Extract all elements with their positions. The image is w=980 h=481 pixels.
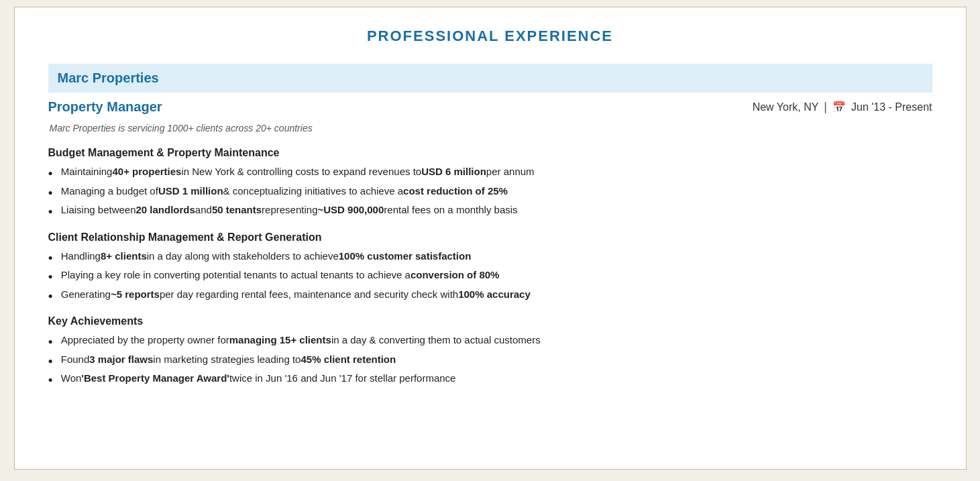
job-date-range: Jun '13 - Present — [851, 101, 932, 113]
calendar-icon: 📅 — [832, 101, 846, 113]
list-item-1-0: Handling 8+ clients in a day along with … — [48, 249, 932, 264]
list-item-0-2: Liaising between 20 landlords and 50 ten… — [48, 203, 932, 218]
normal-text: Managing a budget of — [61, 184, 158, 199]
bold-text: 20 landlords — [136, 203, 195, 218]
bold-text: USD 6 million — [421, 164, 486, 180]
bold-text: conversion of 80% — [411, 268, 500, 283]
subsection-title-2: Key Achievements — [48, 315, 932, 327]
normal-text: twice in Jun '16 and Jun '17 for stellar… — [229, 371, 456, 386]
bold-text: 'Best Property Manager Award' — [81, 371, 229, 386]
company-header: Marc Properties — [48, 64, 932, 93]
list-item-0-0: Maintaining 40+ properties in New York &… — [48, 164, 932, 180]
normal-text: Found — [61, 352, 90, 368]
normal-text: Liaising between — [61, 203, 136, 218]
normal-text: in New York & controlling costs to expan… — [181, 164, 421, 180]
bold-text: 40+ properties — [112, 164, 181, 180]
normal-text: Won — [61, 371, 82, 386]
normal-text: in marketing strategies leading to — [153, 352, 301, 368]
company-name: Marc Properties — [58, 70, 159, 85]
list-item-2-2: Won 'Best Property Manager Award' twice … — [48, 371, 932, 386]
bold-text: 45% client retention — [301, 352, 396, 368]
bold-text: managing 15+ clients — [229, 333, 331, 348]
subsection-title-1: Client Relationship Management & Report … — [48, 231, 932, 244]
bold-text: 100% accuracy — [458, 287, 531, 303]
subsection-1: Client Relationship Management & Report … — [48, 231, 932, 303]
list-item-2-1: Found 3 major flaws in marketing strateg… — [48, 352, 932, 368]
normal-text: Generating — [61, 287, 111, 303]
bold-text: cost reduction of 25% — [403, 184, 508, 199]
bold-text: ~USD 900,000 — [317, 203, 384, 218]
normal-text: rental fees on a monthly basis — [384, 203, 517, 218]
bullet-list-1: Handling 8+ clients in a day along with … — [48, 249, 932, 303]
normal-text: Handling — [61, 249, 101, 264]
bold-text: 3 major flaws — [89, 352, 153, 368]
job-meta: New York, NY | 📅 Jun '13 - Present — [753, 100, 932, 114]
normal-text: Maintaining — [61, 164, 113, 180]
normal-text: per day regarding rental fees, maintenan… — [160, 287, 458, 303]
normal-text: Appreciated by the property owner for — [61, 333, 229, 348]
normal-text: representing — [262, 203, 317, 218]
normal-text: in a day & converting them to actual cus… — [331, 333, 541, 348]
normal-text: and — [195, 203, 212, 218]
bold-text: 50 tenants — [212, 203, 262, 218]
list-item-1-1: Playing a key role in converting potenti… — [48, 268, 932, 283]
bold-text: ~5 reports — [111, 287, 160, 303]
subsections-container: Budget Management & Property Maintenance… — [48, 147, 932, 386]
bold-text: USD 1 million — [158, 184, 223, 199]
bullet-list-2: Appreciated by the property owner for ma… — [48, 333, 932, 386]
bullet-list-0: Maintaining 40+ properties in New York &… — [48, 164, 932, 218]
list-item-2-0: Appreciated by the property owner for ma… — [48, 333, 932, 348]
normal-text: & conceptualizing initiatives to achieve… — [223, 184, 404, 199]
section-title: PROFESSIONAL EXPERIENCE — [48, 28, 932, 45]
company-description: Marc Properties is servicing 1000+ clien… — [48, 123, 932, 133]
subsection-0: Budget Management & Property Maintenance… — [48, 147, 932, 218]
subsection-title-0: Budget Management & Property Maintenance — [48, 147, 932, 159]
normal-text: Playing a key role in converting potenti… — [61, 268, 411, 283]
list-item-1-2: Generating ~5 reports per day regarding … — [48, 287, 932, 303]
normal-text: per annum — [486, 164, 535, 180]
meta-separator: | — [824, 100, 827, 114]
bold-text: 8+ clients — [101, 249, 147, 264]
job-location: New York, NY — [753, 101, 819, 113]
list-item-0-1: Managing a budget of USD 1 million & con… — [48, 184, 932, 199]
normal-text: in a day along with stakeholders to achi… — [147, 249, 339, 264]
subsection-2: Key AchievementsAppreciated by the prope… — [48, 315, 932, 386]
job-title: Property Manager — [48, 99, 162, 115]
job-row: Property Manager New York, NY | 📅 Jun '1… — [48, 97, 932, 117]
bold-text: 100% customer satisfaction — [339, 249, 472, 264]
resume-container: PROFESSIONAL EXPERIENCE Marc Properties … — [14, 7, 967, 470]
